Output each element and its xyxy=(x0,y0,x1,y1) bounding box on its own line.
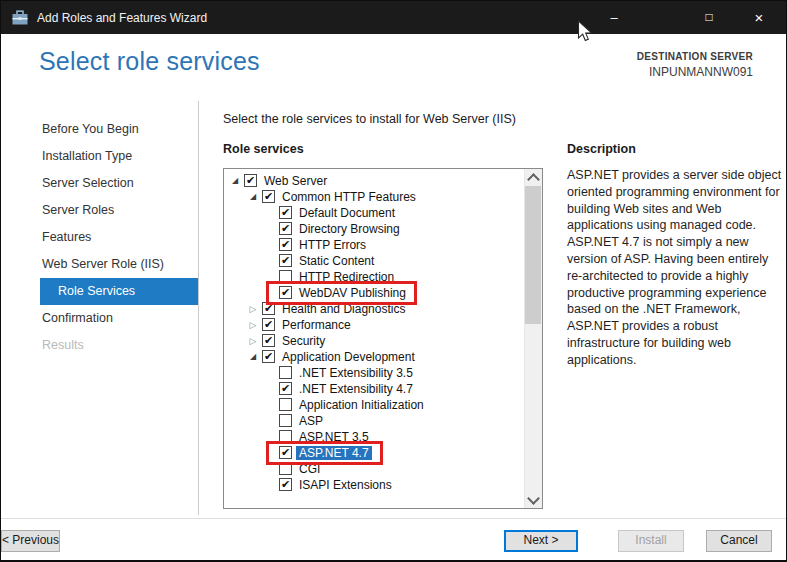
tree-item-label[interactable]: Default Document xyxy=(299,206,395,220)
tree-item-label[interactable]: HTTP Errors xyxy=(299,238,366,252)
chevron-down-icon xyxy=(527,492,540,505)
close-button[interactable]: × xyxy=(742,1,776,34)
tree-row-directory-browsing: ✔Directory Browsing xyxy=(224,221,525,237)
chevron-up-icon xyxy=(527,173,540,186)
checkbox-application-initialization[interactable] xyxy=(279,398,292,411)
expanded-triangle-icon[interactable]: ◢ xyxy=(246,189,260,205)
checkbox-net-extensibility-3-5[interactable] xyxy=(279,366,292,379)
checkbox-http-redirection[interactable] xyxy=(279,270,292,283)
footer-divider xyxy=(1,518,786,519)
sidebar-step-results: Results xyxy=(1,332,198,359)
scrollbar-thumb[interactable] xyxy=(525,186,541,324)
checkbox-cgi[interactable] xyxy=(279,462,292,475)
next-button[interactable]: Next > xyxy=(504,530,578,552)
tree-item-label[interactable]: ISAPI Extensions xyxy=(299,478,392,492)
tree-item-label[interactable]: ASP xyxy=(299,414,323,428)
instruction-text: Select the role services to install for … xyxy=(223,112,516,126)
minimize-button[interactable]: – xyxy=(597,1,631,34)
tree-rows-container: ◢✔Web Server◢✔Common HTTP Features✔Defau… xyxy=(224,173,525,493)
destination-server-label: DESTINATION SERVER xyxy=(637,51,753,62)
checkbox-asp[interactable] xyxy=(279,414,292,427)
checkbox-webdav-publishing[interactable]: ✔ xyxy=(279,286,292,299)
tree-item-label[interactable]: HTTP Redirection xyxy=(299,270,394,284)
tree-item-label[interactable]: ASP.NET 3.5 xyxy=(299,430,369,444)
checkbox-application-development[interactable]: ✔ xyxy=(262,350,275,363)
wizard-steps-sidebar: Before You BeginInstallation TypeServer … xyxy=(1,101,198,515)
checkbox-web-server[interactable]: ✔ xyxy=(244,174,257,187)
checkbox-performance[interactable]: ✔ xyxy=(262,318,275,331)
destination-server-name: INPUNMANNW091 xyxy=(637,65,753,79)
tree-item-label[interactable]: Security xyxy=(282,334,325,348)
previous-button[interactable]: < Previous xyxy=(1,530,60,552)
page-title: Select role services xyxy=(39,47,260,76)
collapsed-triangle-icon[interactable]: ▷ xyxy=(246,333,260,349)
tree-item-label[interactable]: .NET Extensibility 3.5 xyxy=(299,366,413,380)
tree-row-net-extensibility-3-5: .NET Extensibility 3.5 xyxy=(224,365,525,381)
tree-row-webdav-publishing: ✔WebDAV Publishing xyxy=(224,285,525,301)
tree-item-label[interactable]: .NET Extensibility 4.7 xyxy=(299,382,413,396)
tree-row-common-http-features: ◢✔Common HTTP Features xyxy=(224,189,525,205)
tree-row-asp-net-3-5: ASP.NET 3.5 xyxy=(224,429,525,445)
sidebar-step-before-you-begin[interactable]: Before You Begin xyxy=(1,116,198,143)
collapsed-triangle-icon[interactable]: ▷ xyxy=(246,301,260,317)
tree-row-net-extensibility-4-7: ✔.NET Extensibility 4.7 xyxy=(224,381,525,397)
checkbox-health-and-diagnostics[interactable]: ✔ xyxy=(262,302,275,315)
tree-row-default-document: ✔Default Document xyxy=(224,205,525,221)
tree-item-label[interactable]: Application Development xyxy=(282,350,415,364)
checkbox-asp-net-4-7[interactable]: ✔ xyxy=(279,446,292,459)
sidebar-step-role-services[interactable]: Role Services xyxy=(40,278,198,305)
sidebar-divider xyxy=(198,101,199,515)
sidebar-step-server-selection[interactable]: Server Selection xyxy=(1,170,198,197)
sidebar-step-features[interactable]: Features xyxy=(1,224,198,251)
window-title: Add Roles and Features Wizard xyxy=(37,11,207,25)
tree-row-application-development: ◢✔Application Development xyxy=(224,349,525,365)
destination-server-block: DESTINATION SERVER INPUNMANNW091 xyxy=(637,51,753,79)
tree-row-application-initialization: Application Initialization xyxy=(224,397,525,413)
tree-item-label[interactable]: Web Server xyxy=(264,174,327,188)
checkbox-http-errors[interactable]: ✔ xyxy=(279,238,292,251)
checkbox-common-http-features[interactable]: ✔ xyxy=(262,190,275,203)
maximize-button[interactable]: □ xyxy=(692,1,726,34)
description-text: ASP.NET provides a server side object or… xyxy=(567,167,783,369)
checkbox-default-document[interactable]: ✔ xyxy=(279,206,292,219)
expanded-triangle-icon[interactable]: ◢ xyxy=(228,173,242,189)
tree-row-cgi: CGI xyxy=(224,461,525,477)
tree-scrollbar[interactable] xyxy=(524,169,542,508)
collapsed-triangle-icon[interactable]: ▷ xyxy=(246,317,260,333)
wizard-toolbox-icon xyxy=(12,10,28,25)
scroll-down-button[interactable] xyxy=(525,491,541,508)
tree-row-performance: ▷✔Performance xyxy=(224,317,525,333)
checkbox-directory-browsing[interactable]: ✔ xyxy=(279,222,292,235)
tree-item-label[interactable]: Directory Browsing xyxy=(299,222,400,236)
tree-item-label[interactable]: ASP.NET 4.7 xyxy=(296,446,372,460)
install-button: Install xyxy=(618,530,684,552)
checkbox-static-content[interactable]: ✔ xyxy=(279,254,292,267)
cancel-button[interactable]: Cancel xyxy=(706,530,772,552)
checkbox-isapi-extensions[interactable]: ✔ xyxy=(279,478,292,491)
sidebar-step-confirmation[interactable]: Confirmation xyxy=(1,305,198,332)
checkbox-security[interactable]: ✔ xyxy=(262,334,275,347)
tree-item-label[interactable]: Common HTTP Features xyxy=(282,190,416,204)
tree-item-label[interactable]: Performance xyxy=(282,318,351,332)
sidebar-step-installation-type[interactable]: Installation Type xyxy=(1,143,198,170)
tree-row-static-content: ✔Static Content xyxy=(224,253,525,269)
tree-item-label[interactable]: WebDAV Publishing xyxy=(299,286,406,300)
tree-item-label[interactable]: Application Initialization xyxy=(299,398,424,412)
wizard-steps-list: Before You BeginInstallation TypeServer … xyxy=(1,116,198,359)
tree-row-http-errors: ✔HTTP Errors xyxy=(224,237,525,253)
checkbox-net-extensibility-4-7[interactable]: ✔ xyxy=(279,382,292,395)
description-heading: Description xyxy=(567,142,636,156)
tree-item-label[interactable]: Static Content xyxy=(299,254,374,268)
sidebar-step-web-server-role-iis[interactable]: Web Server Role (IIS) xyxy=(1,251,198,278)
tree-row-isapi-extensions: ✔ISAPI Extensions xyxy=(224,477,525,493)
tree-item-label[interactable]: Health and Diagnostics xyxy=(282,302,405,316)
role-services-heading: Role services xyxy=(223,142,304,156)
tree-item-label[interactable]: CGI xyxy=(299,462,320,476)
scroll-up-button[interactable] xyxy=(525,169,541,186)
tree-row-security: ▷✔Security xyxy=(224,333,525,349)
expanded-triangle-icon[interactable]: ◢ xyxy=(246,349,260,365)
title-bar: Add Roles and Features Wizard – □ × xyxy=(1,1,786,34)
tree-row-health-and-diagnostics: ▷✔Health and Diagnostics xyxy=(224,301,525,317)
sidebar-step-server-roles[interactable]: Server Roles xyxy=(1,197,198,224)
checkbox-asp-net-3-5[interactable] xyxy=(279,430,292,443)
